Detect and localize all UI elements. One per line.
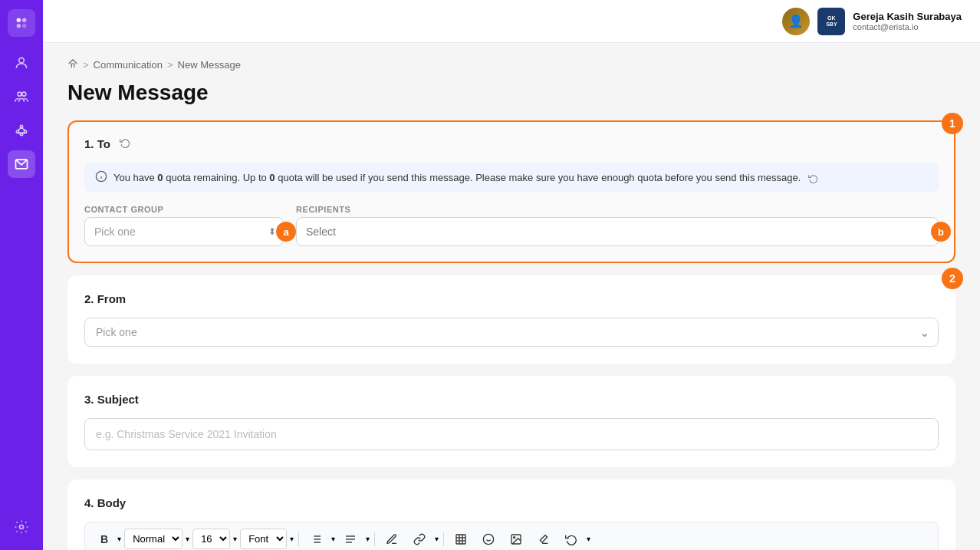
user-name: Gereja Kasih Surabaya — [853, 11, 962, 22]
svg-point-34 — [483, 534, 493, 544]
badge-b: b — [931, 222, 951, 242]
page-title: New Message — [67, 81, 955, 105]
bold-button[interactable]: B — [94, 530, 114, 548]
link-button[interactable] — [407, 530, 432, 548]
sidebar-item-community[interactable] — [8, 117, 35, 144]
eraser-button[interactable] — [531, 530, 556, 548]
quota-text: You have 0 quota remaining. Up to 0 quot… — [113, 172, 818, 183]
section-badge-1: 1 — [942, 113, 963, 134]
image-button[interactable] — [504, 530, 528, 548]
section-from: 2 2. From Pick one ⌄ — [67, 275, 955, 364]
badge-a: a — [276, 222, 296, 242]
link-chevron-icon: ▾ — [435, 535, 439, 543]
emoji-button[interactable] — [476, 530, 501, 548]
section-title-to: 1. To — [84, 137, 939, 150]
breadcrumb-sep-1: > — [83, 59, 89, 71]
section-body: 4. Body B ▾ Normal ▾ 16 ▾ — [67, 479, 955, 550]
quota-val-1: 0 — [157, 172, 163, 183]
user-profile[interactable]: 👤 GKSBY Gereja Kasih Surabaya contact@er… — [782, 8, 962, 35]
user-avatar: 👤 — [782, 8, 810, 35]
svg-point-6 — [22, 92, 26, 96]
toolbar-divider-2 — [374, 532, 375, 546]
org-logo: GKSBY — [817, 8, 845, 35]
breadcrumb-home[interactable] — [67, 58, 78, 71]
svg-point-2 — [17, 24, 21, 28]
svg-point-3 — [22, 24, 26, 28]
bold-chevron-icon: ▾ — [117, 535, 121, 543]
section-title-subject: 3. Subject — [84, 393, 939, 406]
info-icon — [95, 170, 107, 185]
form-group-recipients: RECIPIENTS b — [296, 205, 939, 246]
quota-refresh-icon[interactable] — [808, 172, 818, 183]
toolbar-divider-3 — [443, 532, 444, 546]
editor-toolbar: B ▾ Normal ▾ 16 ▾ Font ▾ — [84, 522, 939, 550]
sidebar — [0, 0, 43, 550]
table-button[interactable] — [449, 530, 473, 548]
list-button[interactable] — [304, 530, 328, 548]
contact-group-select[interactable]: Pick one — [84, 217, 284, 246]
top-header: 👤 GKSBY Gereja Kasih Surabaya contact@er… — [43, 0, 980, 43]
main-content: 👤 GKSBY Gereja Kasih Surabaya contact@er… — [43, 0, 980, 550]
breadcrumb-communication[interactable]: Communication — [94, 59, 163, 71]
subject-input[interactable] — [84, 418, 939, 450]
recipients-label: RECIPIENTS — [296, 205, 939, 214]
svg-point-0 — [17, 18, 21, 22]
step-number-subject: 3. Subject — [84, 393, 139, 406]
breadcrumb-current: New Message — [178, 59, 241, 71]
app-logo[interactable] — [8, 9, 35, 37]
from-select-wrapper: Pick one ⌄ — [84, 318, 939, 347]
sidebar-item-person[interactable] — [8, 49, 35, 77]
user-info: Gereja Kasih Surabaya contact@erista.io — [853, 11, 962, 31]
svg-point-16 — [20, 525, 24, 529]
quota-val-2: 0 — [269, 172, 275, 183]
list-chevron-icon: ▾ — [331, 535, 335, 543]
sidebar-item-mail[interactable] — [8, 150, 35, 178]
user-email: contact@erista.io — [853, 22, 962, 31]
align-chevron-icon: ▾ — [366, 535, 370, 543]
style-chevron-icon: ▾ — [186, 535, 189, 543]
svg-point-7 — [20, 125, 22, 127]
refresh-icon-to[interactable] — [120, 137, 130, 150]
quota-info-box: You have 0 quota remaining. Up to 0 quot… — [84, 163, 939, 193]
sidebar-item-group[interactable] — [8, 83, 35, 110]
step-number-body: 4. Body — [84, 496, 126, 509]
pen-button[interactable] — [380, 530, 404, 548]
align-button[interactable] — [338, 530, 363, 548]
from-select[interactable]: Pick one — [84, 318, 939, 347]
font-chevron-icon: ▾ — [290, 535, 294, 543]
size-chevron-icon: ▾ — [233, 535, 237, 543]
svg-point-38 — [514, 536, 515, 538]
form-row-to: CONTACT GROUP Pick one ⬍ a — [84, 205, 939, 246]
sidebar-item-settings[interactable] — [8, 513, 35, 541]
breadcrumb: > Communication > New Message — [67, 58, 955, 71]
section-badge-2: 2 — [942, 268, 963, 289]
section-subject: 3. Subject — [67, 376, 955, 467]
form-group-contact: CONTACT GROUP Pick one ⬍ a — [84, 205, 284, 246]
recipients-input[interactable] — [296, 217, 939, 246]
svg-point-4 — [19, 58, 25, 63]
page-content: > Communication > New Message New Messag… — [43, 43, 980, 550]
section-to: 1 1. To You have 0 quota remaining. U — [67, 120, 955, 263]
size-select[interactable]: 16 — [192, 529, 230, 549]
section-title-from: 2. From — [84, 292, 939, 305]
svg-line-12 — [21, 128, 25, 130]
svg-line-11 — [18, 128, 21, 130]
breadcrumb-sep-2: > — [167, 59, 173, 71]
svg-rect-29 — [456, 535, 465, 544]
svg-point-1 — [22, 18, 26, 22]
section-title-body: 4. Body — [84, 496, 939, 509]
undo-button[interactable] — [559, 530, 584, 548]
style-select[interactable]: Normal — [124, 529, 183, 549]
contact-group-label: CONTACT GROUP — [84, 205, 284, 214]
step-number-to: 1. To — [84, 137, 110, 150]
step-number-from: 2. From — [84, 292, 126, 305]
undo-chevron-icon: ▾ — [587, 535, 590, 543]
bold-label: B — [100, 533, 108, 545]
toolbar-divider-1 — [298, 532, 299, 546]
font-select[interactable]: Font — [240, 529, 287, 549]
svg-point-5 — [18, 92, 21, 96]
